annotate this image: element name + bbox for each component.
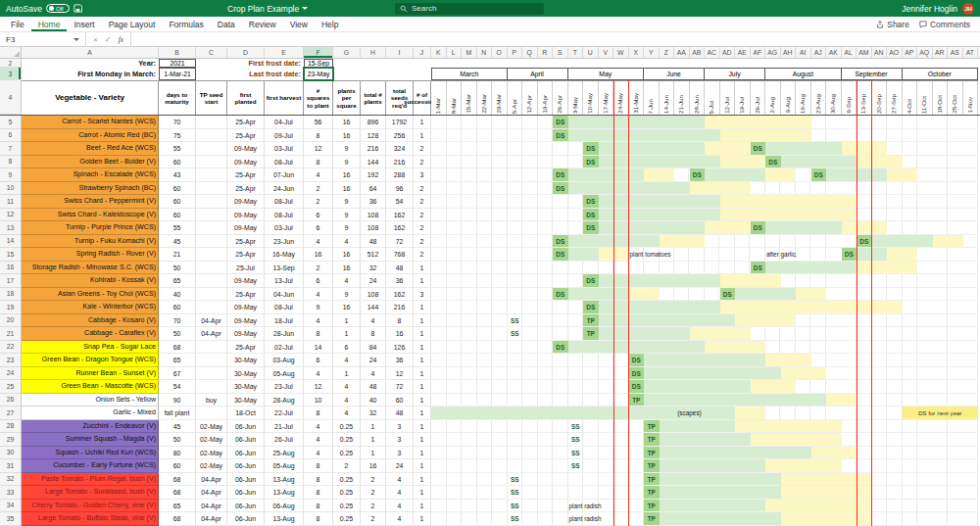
cell[interactable]: 13-Aug: [265, 473, 304, 487]
tab-help[interactable]: Help: [315, 17, 345, 31]
cell[interactable]: 2: [414, 248, 431, 262]
cell[interactable]: 67: [159, 367, 196, 381]
row-header-31[interactable]: 31: [0, 459, 22, 473]
cell[interactable]: 1792: [386, 116, 414, 129]
cell[interactable]: 1: [414, 129, 431, 143]
cell[interactable]: 4: [386, 486, 414, 500]
gantt-area[interactable]: DS: [431, 195, 978, 209]
cell[interactable]: 896: [361, 116, 386, 129]
cell[interactable]: 768: [386, 248, 414, 262]
cell[interactable]: 4: [386, 500, 414, 513]
gantt-area[interactable]: DS: [431, 129, 978, 143]
cell[interactable]: 09-May: [227, 221, 265, 235]
gantt-area[interactable]: SSTP: [431, 420, 978, 434]
cell[interactable]: 06-Jun: [227, 486, 265, 500]
gantt-area[interactable]: SSTP: [431, 447, 978, 460]
cell[interactable]: 6: [304, 354, 333, 367]
cell[interactable]: 13-Aug: [265, 486, 304, 500]
cell[interactable]: 48: [386, 406, 414, 420]
cell[interactable]: 54: [159, 380, 196, 394]
cell[interactable]: [196, 195, 227, 209]
cell[interactable]: 65: [159, 354, 196, 367]
column-header-C[interactable]: C: [196, 47, 227, 58]
cell[interactable]: 8: [304, 486, 333, 500]
cell[interactable]: 48: [386, 262, 414, 275]
search-box[interactable]: Search: [395, 3, 544, 15]
column-header-AA[interactable]: AA: [674, 47, 690, 58]
column-header-F[interactable]: F: [304, 47, 333, 58]
column-header-AK[interactable]: AK: [826, 47, 842, 58]
cell[interactable]: 6: [304, 274, 333, 288]
cell[interactable]: 3: [386, 420, 414, 434]
cell[interactable]: 14: [304, 341, 333, 355]
gantt-area[interactable]: DS: [431, 301, 978, 314]
row-header-10[interactable]: 10: [0, 182, 22, 196]
veg-name-cell[interactable]: Cherry Tomato - Golden Cherry, vine (V): [22, 500, 159, 513]
gantt-area[interactable]: DS: [431, 116, 978, 129]
avatar[interactable]: JH: [962, 3, 974, 15]
cell[interactable]: 40: [361, 394, 386, 407]
column-header-AL[interactable]: AL: [842, 47, 858, 58]
cell[interactable]: 70: [159, 314, 196, 328]
row-header-3[interactable]: 3: [0, 68, 22, 80]
cell[interactable]: 1: [414, 367, 431, 381]
row-header-2[interactable]: 2: [0, 59, 22, 68]
cell[interactable]: 45: [159, 420, 196, 434]
veg-name-cell[interactable]: Asian Greens - Toy Choi (WCS): [22, 288, 159, 302]
cell[interactable]: 1: [414, 116, 431, 129]
cell[interactable]: 16: [361, 459, 386, 473]
tab-page-layout[interactable]: Page Layout: [102, 17, 163, 31]
cell[interactable]: 50: [159, 433, 196, 447]
cell[interactable]: 16: [333, 129, 361, 143]
gantt-area[interactable]: TP: [431, 394, 978, 407]
gantt-area[interactable]: DSDS: [431, 235, 978, 249]
cell[interactable]: [196, 301, 227, 314]
column-header-A[interactable]: A: [22, 47, 159, 58]
cell[interactable]: 1: [361, 420, 386, 434]
cell[interactable]: 25-Apr: [227, 235, 265, 249]
cell[interactable]: 4: [304, 447, 333, 460]
cell[interactable]: 55: [159, 221, 196, 235]
column-header-E[interactable]: E: [265, 47, 304, 58]
cell[interactable]: 4: [304, 433, 333, 447]
gantt-area[interactable]: SSplant radishTP: [431, 512, 978, 526]
veg-name-cell[interactable]: Zucchini - Endeavor (V): [22, 420, 159, 434]
tab-review[interactable]: Review: [242, 17, 283, 31]
cell[interactable]: 1: [414, 447, 431, 460]
cell[interactable]: 4: [304, 235, 333, 249]
cell[interactable]: 23-Jun: [265, 235, 304, 249]
cell[interactable]: 1: [414, 406, 431, 420]
column-header-AT[interactable]: AT: [963, 47, 979, 58]
cell[interactable]: [196, 274, 227, 288]
tab-file[interactable]: File: [4, 17, 31, 31]
cell[interactable]: 9: [304, 301, 333, 314]
column-header-R[interactable]: R: [538, 47, 554, 58]
cell[interactable]: 25-Apr: [227, 248, 265, 262]
gantt-area[interactable]: DS: [431, 341, 978, 355]
cell[interactable]: 03-Jul: [265, 142, 304, 156]
cell[interactable]: [196, 406, 227, 420]
cell[interactable]: 02-May: [196, 433, 227, 447]
cell[interactable]: 1: [333, 327, 361, 341]
cell[interactable]: 4: [333, 394, 361, 407]
cell[interactable]: 3: [386, 433, 414, 447]
column-header-P[interactable]: P: [508, 47, 523, 58]
cell[interactable]: 25-Apr: [227, 168, 265, 182]
cell[interactable]: 09-May: [227, 209, 265, 222]
row-header-5[interactable]: 5: [0, 116, 22, 129]
column-header-AO[interactable]: AO: [887, 47, 903, 58]
gantt-area[interactable]: (scapes)DS for next year: [431, 406, 978, 420]
column-header-AH[interactable]: AH: [781, 47, 797, 58]
cell[interactable]: buy: [196, 394, 227, 407]
cell[interactable]: [196, 209, 227, 222]
cell[interactable]: 09-May: [227, 327, 265, 341]
cell[interactable]: 4: [333, 380, 361, 394]
row-header-25[interactable]: 25: [0, 380, 22, 394]
tab-data[interactable]: Data: [211, 17, 242, 31]
column-header-AP[interactable]: AP: [903, 47, 918, 58]
column-header-AQ[interactable]: AQ: [917, 47, 933, 58]
cell[interactable]: [196, 156, 227, 169]
cell[interactable]: 8: [304, 406, 333, 420]
cell[interactable]: 2: [304, 195, 333, 209]
cell[interactable]: 0.25: [333, 447, 361, 460]
